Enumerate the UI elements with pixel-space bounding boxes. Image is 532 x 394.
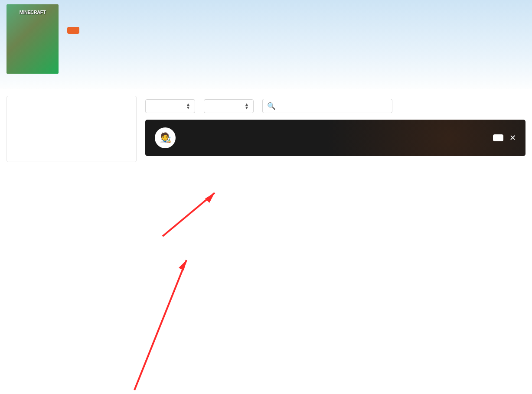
search-box[interactable]: 🔍 — [262, 99, 392, 113]
sidebar — [7, 96, 137, 162]
game-cover-image — [7, 4, 59, 74]
search-input[interactable] — [280, 103, 388, 109]
chevron-updown-icon: ▲▼ — [245, 103, 249, 110]
start-a-project-button[interactable] — [493, 134, 503, 141]
sort-by-dropdown[interactable]: ▲▼ — [204, 99, 254, 113]
chevron-updown-icon: ▲▼ — [186, 103, 190, 110]
author-banner: 🧑‍🎨 ✕ — [145, 120, 525, 156]
search-icon: 🔍 — [267, 102, 276, 110]
close-icon[interactable]: ✕ — [509, 133, 516, 143]
author-avatar-icon: 🧑‍🎨 — [155, 127, 176, 148]
game-version-dropdown[interactable]: ▲▼ — [145, 99, 195, 113]
category-tabs — [7, 85, 525, 89]
start-project-button[interactable] — [67, 27, 79, 34]
